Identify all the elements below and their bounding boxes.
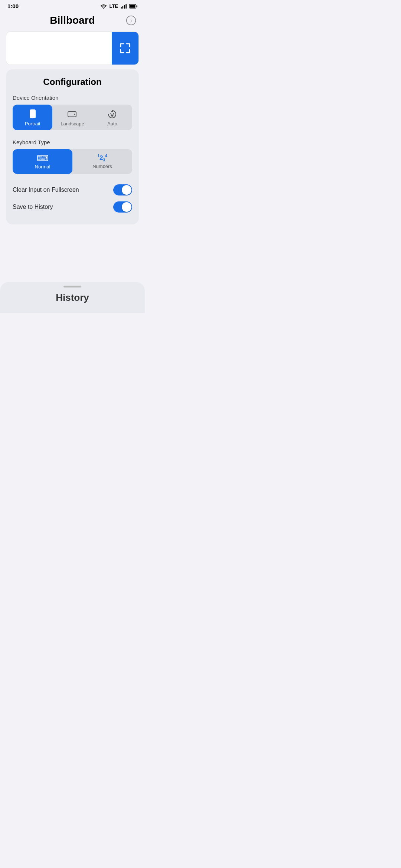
svg-rect-1 bbox=[123, 6, 124, 9]
svg-point-12 bbox=[74, 114, 75, 115]
keyboard-group: ⌨ Normal 1234 Numbers bbox=[13, 149, 132, 174]
svg-rect-3 bbox=[125, 4, 127, 8]
svg-rect-6 bbox=[130, 5, 135, 8]
status-time: 1:00 bbox=[7, 3, 19, 9]
battery-icon bbox=[129, 4, 137, 9]
signal-icon bbox=[120, 4, 127, 9]
history-bottom-sheet: History bbox=[0, 282, 145, 313]
orientation-portrait-button[interactable]: Portrait bbox=[13, 105, 52, 130]
landscape-label: Landscape bbox=[61, 121, 84, 126]
svg-line-14 bbox=[112, 113, 114, 117]
svg-point-10 bbox=[32, 116, 33, 117]
portrait-label: Portrait bbox=[25, 121, 40, 126]
orientation-landscape-button[interactable]: Landscape bbox=[52, 105, 92, 130]
svg-rect-5 bbox=[136, 5, 137, 7]
svg-text:i: i bbox=[130, 18, 132, 23]
status-bar: 1:00 LTE bbox=[0, 0, 145, 11]
auto-label: Auto bbox=[107, 121, 117, 126]
config-title: Configuration bbox=[13, 77, 132, 87]
config-card: Configuration Device Orientation Portrai… bbox=[6, 69, 139, 224]
keyboard-normal-button[interactable]: ⌨ Normal bbox=[13, 149, 72, 174]
lte-label: LTE bbox=[109, 3, 118, 9]
keyboard-numbers-button[interactable]: 1234 Numbers bbox=[72, 149, 132, 174]
svg-rect-2 bbox=[124, 5, 125, 9]
svg-line-13 bbox=[111, 113, 112, 117]
info-button[interactable]: i bbox=[125, 14, 137, 27]
fullscreen-button[interactable] bbox=[112, 32, 138, 65]
clear-input-label: Clear Input on Fullscreen bbox=[13, 187, 79, 193]
landscape-icon bbox=[67, 109, 78, 119]
status-icons: LTE bbox=[100, 3, 137, 9]
fullscreen-icon bbox=[119, 42, 131, 54]
numbers-icon: 1234 bbox=[97, 154, 107, 162]
toggle-clear-input-row: Clear Input on Fullscreen bbox=[13, 182, 132, 198]
numbers-label: Numbers bbox=[92, 164, 112, 169]
svg-rect-0 bbox=[121, 7, 122, 8]
keyboard-type-label: Keyboard Type bbox=[13, 139, 132, 145]
drag-handle[interactable] bbox=[63, 286, 81, 287]
history-title: History bbox=[0, 292, 145, 307]
save-history-label: Save to History bbox=[13, 204, 53, 210]
info-icon: i bbox=[126, 15, 136, 26]
keyboard-icon: ⌨ bbox=[37, 154, 49, 162]
normal-label: Normal bbox=[35, 164, 50, 170]
clear-input-toggle[interactable] bbox=[113, 184, 132, 195]
input-area bbox=[6, 32, 139, 65]
auto-icon bbox=[107, 109, 117, 119]
header: Billboard i bbox=[0, 11, 145, 32]
orientation-auto-button[interactable]: Auto bbox=[92, 105, 132, 130]
wifi-icon bbox=[100, 4, 107, 9]
text-input[interactable] bbox=[6, 32, 112, 65]
toggle-save-history-row: Save to History bbox=[13, 199, 132, 215]
page-title: Billboard bbox=[50, 14, 95, 26]
save-history-toggle[interactable] bbox=[113, 201, 132, 213]
device-orientation-label: Device Orientation bbox=[13, 95, 132, 101]
portrait-icon bbox=[27, 109, 38, 119]
orientation-group: Portrait Landscape bbox=[13, 105, 132, 130]
